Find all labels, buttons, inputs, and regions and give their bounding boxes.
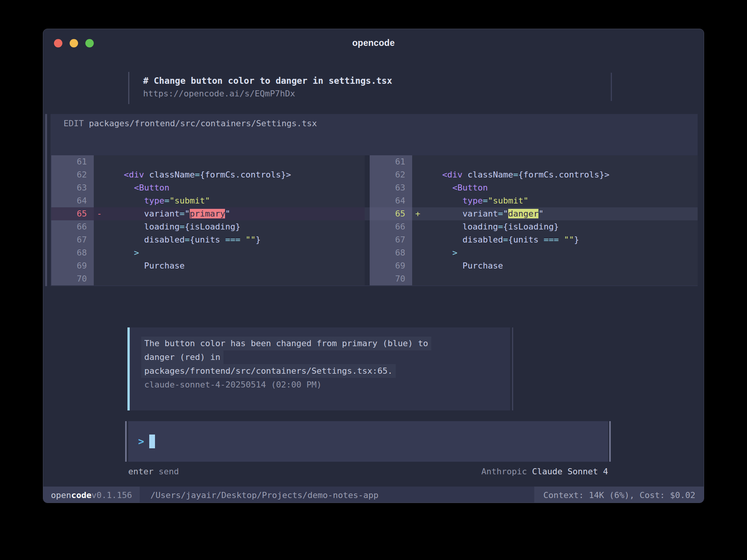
line-number: 65 [370, 207, 412, 220]
text-cursor [149, 435, 155, 448]
line-number: 67 [370, 233, 412, 246]
code-line: <div className={formCs.controls}> [412, 168, 698, 181]
code-line: loading={isLoading} [412, 220, 698, 233]
code-line: <div className={formCs.controls}> [94, 168, 365, 181]
send-hint: enter send [128, 465, 179, 478]
code-line: disabled={units === ""} [94, 233, 365, 246]
code-line: Purchase [412, 259, 698, 272]
app-name-code: code [71, 490, 91, 500]
edit-panel-scroll-indicator[interactable] [45, 114, 47, 286]
line-number: 66 [370, 220, 412, 233]
pane-divider [365, 155, 370, 168]
diff-row: 65- variant="primary"65+ variant="danger… [51, 207, 698, 220]
line-number: 62 [51, 168, 94, 181]
code-line [412, 272, 698, 285]
line-number: 69 [51, 259, 94, 272]
edit-tool-panel: EDIT packages/frontend/src/containers/Se… [51, 114, 698, 286]
code-line: loading={isLoading} [94, 220, 365, 233]
pane-divider [365, 181, 370, 194]
input-right-edge [609, 421, 611, 462]
diff-view: 616162 <div className={formCs.controls}>… [51, 155, 698, 285]
line-number: 69 [370, 259, 412, 272]
code-line [412, 155, 698, 168]
assistant-message-line: danger (red) in [141, 350, 223, 364]
app-version: v0.1.156 [91, 490, 132, 500]
line-number: 63 [51, 181, 94, 194]
assistant-message-meta: claude-sonnet-4-20250514 (02:00 PM) [141, 378, 510, 392]
addition-marker: + [412, 207, 432, 220]
line-number: 61 [370, 155, 412, 168]
pane-divider [365, 246, 370, 259]
diff-row: 69 Purchase69 Purchase [51, 259, 698, 272]
chat-input[interactable]: > [128, 421, 608, 462]
code-line: - variant="primary" [94, 207, 365, 220]
line-number: 63 [370, 181, 412, 194]
enter-key-hint: enter [128, 467, 153, 476]
diff-row: 63 <Button63 <Button [51, 181, 698, 194]
assistant-message-line: The button color has been changed from p… [141, 337, 431, 350]
assistant-message: The button color has been changed from p… [127, 327, 510, 410]
line-number: 68 [370, 246, 412, 259]
opencode-terminal-window: opencode # Change button color to danger… [43, 29, 704, 503]
edit-file-path: packages/frontend/src/containers/Setting… [89, 119, 317, 128]
code-line [94, 272, 365, 285]
pane-divider [365, 168, 370, 181]
line-number: 61 [51, 155, 94, 168]
user-prompt-block: # Change button color to danger in setti… [128, 72, 612, 104]
share-url[interactable]: https://opencode.ai/s/EQmP7hDx [143, 87, 612, 100]
titlebar: opencode [43, 29, 704, 57]
provider-name: Anthropic [481, 467, 532, 476]
assistant-message-right-border [512, 327, 513, 410]
code-line: <Button [412, 181, 698, 194]
line-number: 64 [51, 194, 94, 207]
line-number: 68 [51, 246, 94, 259]
code-line: type="submit" [94, 194, 365, 207]
diff-row: 7070 [51, 272, 698, 285]
deletion-marker: - [94, 207, 114, 220]
diff-row: 64 type="submit"64 type="submit" [51, 194, 698, 207]
working-directory: /Users/jayair/Desktop/Projects/demo-note… [150, 487, 378, 503]
line-number: 66 [51, 220, 94, 233]
input-prompt-char: > [138, 436, 144, 447]
pane-divider [365, 220, 370, 233]
code-line [94, 155, 365, 168]
app-name-open: open [51, 490, 71, 500]
diff-row: 6161 [51, 155, 698, 168]
user-prompt-text: # Change button color to danger in setti… [143, 74, 612, 87]
pane-divider [365, 233, 370, 246]
code-line: Purchase [94, 259, 365, 272]
context-cost-chip: Context: 14K (6%), Cost: $0.02 [534, 487, 704, 503]
model-indicator[interactable]: Anthropic Claude Sonnet 4 [481, 465, 608, 478]
app-version-chip: opencode v0.1.156 [43, 487, 140, 503]
pane-divider [365, 259, 370, 272]
line-number: 70 [370, 272, 412, 285]
model-name: Claude Sonnet 4 [532, 467, 608, 476]
code-line: disabled={units === ""} [412, 233, 698, 246]
prompt-block-right-border [611, 73, 612, 101]
pane-divider [365, 272, 370, 285]
code-line: + variant="danger" [412, 207, 698, 220]
line-number: 65 [51, 207, 94, 220]
pane-divider [365, 194, 370, 207]
line-number: 64 [370, 194, 412, 207]
window-title: opencode [43, 29, 704, 57]
status-bar: opencode v0.1.156 /Users/jayair/Desktop/… [43, 487, 704, 503]
diff-row: 66 loading={isLoading}66 loading={isLoad… [51, 220, 698, 233]
code-line: type="submit" [412, 194, 698, 207]
code-line: > [94, 246, 365, 259]
assistant-message-line: packages/frontend/src/containers/Setting… [141, 364, 396, 378]
edit-tool-label: EDIT [64, 119, 89, 128]
diff-row: 68 >68 > [51, 246, 698, 259]
send-action-hint: send [153, 467, 179, 476]
pane-divider [365, 207, 370, 220]
diff-row: 62 <div className={formCs.controls}>62 <… [51, 168, 698, 181]
input-left-edge [125, 421, 127, 462]
line-number: 70 [51, 272, 94, 285]
diff-row: 67 disabled={units === ""}67 disabled={u… [51, 233, 698, 246]
line-number: 67 [51, 233, 94, 246]
input-hints-row: enter send Anthropic Claude Sonnet 4 [128, 465, 608, 478]
code-line: > [412, 246, 698, 259]
code-line: <Button [94, 181, 365, 194]
line-number: 62 [370, 168, 412, 181]
edit-tool-header: EDIT packages/frontend/src/containers/Se… [51, 114, 698, 130]
